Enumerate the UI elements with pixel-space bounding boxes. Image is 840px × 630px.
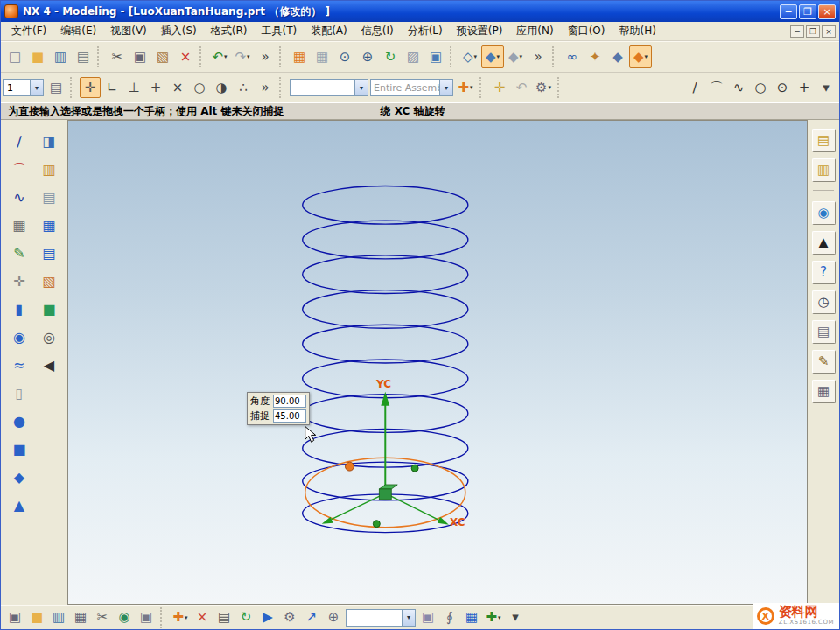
bottom-scope-combo[interactable]: ▾ xyxy=(346,609,416,626)
copy-bottom-button[interactable]: ▣ xyxy=(136,607,157,628)
view-layout-button[interactable]: ▦ xyxy=(311,46,333,68)
wireframe-view-button[interactable]: ◇▾ xyxy=(458,46,481,68)
save-bottom-button[interactable]: ▥ xyxy=(48,607,69,628)
part-navigator-button[interactable]: ▥ xyxy=(812,158,836,182)
restore-button[interactable]: ❐ xyxy=(799,4,816,19)
settings-bottom-button[interactable]: ⚙ xyxy=(279,607,300,628)
print-button[interactable]: ▤ xyxy=(72,46,94,68)
table-button[interactable]: ▦ xyxy=(461,607,482,628)
material-button[interactable]: ✦ xyxy=(584,46,606,68)
zoom-in-out-button[interactable]: ⊕ xyxy=(356,46,379,68)
circle-tool-button[interactable]: ○ xyxy=(750,77,771,98)
origin-cube-handle[interactable] xyxy=(379,489,391,500)
basic-curves-button[interactable]: ▦ xyxy=(8,214,31,237)
menu-window[interactable]: 窗口(O) xyxy=(561,22,612,40)
spline-button[interactable]: ∿ xyxy=(8,186,31,209)
tube-button[interactable]: ▯ xyxy=(8,382,31,405)
delete-button[interactable]: × xyxy=(174,46,197,68)
insert-bottom-button-dropdown-icon[interactable]: ▾ xyxy=(498,614,501,621)
grid-button[interactable]: ▦ xyxy=(70,607,91,628)
line-button[interactable]: ∕ xyxy=(8,130,31,153)
insert-bottom-button[interactable]: ✚▾ xyxy=(483,607,504,628)
layer-combo-arrow-icon[interactable]: ▾ xyxy=(30,80,43,95)
target-button[interactable]: ⊕ xyxy=(323,607,344,628)
show-hide-button[interactable]: ▥ xyxy=(38,158,60,181)
arrow-up-button[interactable]: ↗ xyxy=(301,607,322,628)
selection-options-button-dropdown-icon[interactable]: ▾ xyxy=(548,84,551,91)
history-button[interactable]: ◷ xyxy=(812,290,836,314)
menu-application[interactable]: 应用(N) xyxy=(509,22,560,40)
open-button[interactable]: ■ xyxy=(26,46,49,68)
undo-selection-button[interactable]: ↶ xyxy=(511,77,532,98)
snap-intersection-button[interactable]: × xyxy=(167,77,188,98)
scene-button[interactable]: ◆ xyxy=(606,46,629,68)
undo-button[interactable]: ↶▾ xyxy=(208,46,231,68)
refresh-bottom-button[interactable]: ↻ xyxy=(235,607,256,628)
open-recent-button[interactable]: ■ xyxy=(26,607,47,628)
menu-format[interactable]: 格式(R) xyxy=(204,22,255,40)
angle-input[interactable] xyxy=(273,395,306,408)
graphics-window[interactable]: YC XC 角度 捕捉 xyxy=(67,120,808,605)
cut-button[interactable]: ✂ xyxy=(106,46,129,68)
view-orient-button[interactable]: ▦ xyxy=(288,46,311,68)
menu-information[interactable]: 信息(I) xyxy=(354,22,401,40)
layer-settings-button[interactable]: ▤ xyxy=(46,77,66,98)
selection-scope-combo[interactable]: ▾ xyxy=(290,79,368,96)
menu-file[interactable]: 文件(F) xyxy=(4,22,53,40)
helix-coil[interactable] xyxy=(303,186,468,224)
selection-options-button[interactable]: ⚙▾ xyxy=(533,77,554,98)
cut-bottom-button[interactable]: ✂ xyxy=(92,607,113,628)
extrude-button[interactable]: ▮ xyxy=(8,298,31,321)
spline-tool-button[interactable]: ∿ xyxy=(728,77,749,98)
rotate-handle-right[interactable] xyxy=(411,465,418,472)
snap-overflow-button[interactable]: » xyxy=(255,77,276,98)
display-mode-button[interactable]: ◆▾ xyxy=(504,46,527,68)
assembly-scope-combo[interactable]: Entire Assemb ▾ xyxy=(370,79,453,96)
menu-view[interactable]: 视图(V) xyxy=(103,22,154,40)
internet-explorer-button[interactable]: ◉ xyxy=(812,201,836,225)
selection-filter-button-dropdown-icon[interactable]: ▾ xyxy=(470,84,473,91)
print-bottom-button[interactable]: ▤ xyxy=(214,607,234,628)
snap-quadrant-button[interactable]: ◑ xyxy=(211,77,232,98)
help-button[interactable]: ? xyxy=(812,261,836,284)
snap-mid-point-button[interactable]: ⊥ xyxy=(123,77,144,98)
selection-filter-button[interactable]: ✚▾ xyxy=(455,77,476,98)
add-component-button-dropdown-icon[interactable]: ▾ xyxy=(185,614,188,621)
shaded-view-button[interactable]: ◆▾ xyxy=(481,46,504,68)
shaded-view-button-dropdown-icon[interactable]: ▾ xyxy=(497,53,500,60)
rotate-handle-bottom[interactable] xyxy=(373,521,380,528)
snap-existing-point-button[interactable]: ∴ xyxy=(233,77,254,98)
copy-button[interactable]: ▣ xyxy=(129,46,151,68)
play-button[interactable]: ▶ xyxy=(257,607,278,628)
bottom-scope-arrow-icon[interactable]: ▾ xyxy=(402,610,415,626)
regenerate-button[interactable]: ↻ xyxy=(379,46,402,68)
measure-button[interactable]: ◎ xyxy=(38,326,60,349)
wcs-dynamic-triad[interactable] xyxy=(305,392,466,528)
assembly-scope-arrow-icon[interactable]: ▾ xyxy=(439,80,452,95)
undo-button-dropdown-icon[interactable]: ▾ xyxy=(224,53,228,60)
toolbar-more-button[interactable]: » xyxy=(527,46,550,68)
point-tool-button[interactable]: + xyxy=(794,77,815,98)
helix-coil[interactable] xyxy=(303,256,468,294)
snap-point-toggle[interactable]: ✛ xyxy=(80,77,101,98)
add-component-button[interactable]: ✚▾ xyxy=(170,607,191,628)
snap-control-point-button[interactable]: + xyxy=(145,77,166,98)
attach-button[interactable]: ∮ xyxy=(439,607,460,628)
arc-button[interactable]: ⌒ xyxy=(8,158,31,181)
toolbar-overflow-button[interactable]: » xyxy=(254,46,276,68)
snap-input[interactable] xyxy=(273,410,306,423)
sketch-button[interactable]: ✎ xyxy=(8,242,31,265)
visualization-button[interactable]: ∞ xyxy=(561,46,584,68)
move-object-button[interactable]: ✛ xyxy=(489,77,510,98)
layer-combo[interactable]: 1 ▾ xyxy=(4,79,44,96)
menu-assemblies[interactable]: 装配(A) xyxy=(304,22,354,40)
layer-visible-button[interactable]: ▤ xyxy=(38,186,60,209)
save-button[interactable]: ▥ xyxy=(49,46,72,68)
wireframe-view-button-dropdown-icon[interactable]: ▾ xyxy=(474,53,478,60)
assembly-navigator-button[interactable]: ▤ xyxy=(812,129,836,152)
redo-button[interactable]: ↷▾ xyxy=(231,46,254,68)
system-scene-button[interactable]: ▤ xyxy=(812,320,836,344)
zoom-button[interactable]: ⊙ xyxy=(333,46,356,68)
cylinder-button[interactable]: ◆ xyxy=(8,466,31,489)
paste-button[interactable]: ▧ xyxy=(151,46,174,68)
